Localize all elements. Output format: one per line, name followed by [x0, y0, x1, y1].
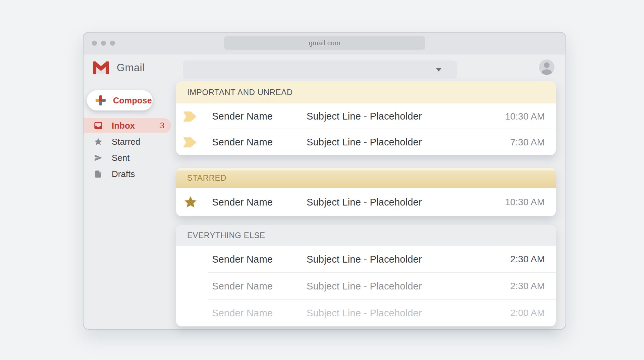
plus-icon [96, 95, 106, 105]
compose-button[interactable]: Compose [87, 90, 153, 110]
send-icon [94, 153, 103, 162]
email-row[interactable]: Sender Name Subject Line - Placeholder 2… [176, 300, 556, 326]
sidebar-item-label: Starred [112, 137, 140, 147]
drafts-icon [94, 170, 103, 178]
address-bar[interactable]: gmail.com [224, 36, 425, 50]
section-title: STARRED [187, 173, 226, 183]
window-control-dot[interactable] [92, 41, 97, 46]
sidebar-item-label: Drafts [112, 169, 135, 179]
email-subject: Subject Line - Placeholder [307, 137, 510, 148]
gmail-logo-icon [93, 61, 109, 74]
profile-avatar[interactable] [539, 59, 554, 75]
window-controls [92, 41, 115, 46]
email-time: 2:30 AM [510, 281, 545, 291]
email-sender: Sender Name [212, 197, 307, 208]
section-card-starred: STARRED Sender Name Subject Line - Place… [176, 168, 556, 216]
sidebar-item-inbox[interactable]: Inbox 3 [84, 118, 171, 133]
section-title: EVERYTHING ELSE [187, 231, 265, 240]
section-card-important: IMPORTANT AND UNREAD Sender Name Subject… [176, 81, 556, 155]
email-time: 10:30 AM [505, 111, 545, 122]
email-row[interactable]: Sender Name Subject Line - Placeholder 7… [176, 129, 556, 155]
search-dropdown-caret-icon[interactable] [436, 68, 441, 72]
inbox-unread-count: 3 [160, 121, 164, 130]
person-icon [539, 59, 554, 75]
gmail-logo: Gmail [93, 61, 145, 74]
sidebar-item-drafts[interactable]: Drafts [84, 166, 171, 182]
email-sender: Sender Name [212, 137, 307, 148]
email-row[interactable]: Sender Name Subject Line - Placeholder 1… [176, 103, 556, 129]
email-subject: Subject Line - Placeholder [307, 197, 505, 208]
email-sender: Sender Name [212, 111, 307, 122]
browser-window: gmail.com Gmail Compos [83, 32, 566, 330]
email-row[interactable]: Sender Name Subject Line - Placeholder 1… [176, 188, 556, 216]
email-row[interactable]: Sender Name Subject Line - Placeholder 2… [176, 246, 556, 273]
window-control-dot[interactable] [101, 41, 106, 46]
email-sender: Sender Name [212, 281, 307, 292]
search-input[interactable] [183, 60, 457, 79]
sidebar-item-sent[interactable]: Sent [84, 150, 171, 166]
address-bar-url: gmail.com [309, 39, 340, 47]
star-icon[interactable] [183, 195, 198, 209]
email-sender: Sender Name [212, 308, 307, 319]
star-icon [94, 137, 103, 146]
sidebar-nav: Inbox 3 Starred Sent Drafts [84, 118, 171, 182]
sidebar-item-label: Inbox [112, 121, 135, 131]
sidebar-item-starred[interactable]: Starred [84, 134, 171, 149]
sidebar-item-label: Sent [112, 153, 130, 163]
window-control-dot[interactable] [110, 41, 115, 46]
importance-marker-icon[interactable] [183, 137, 196, 147]
email-time: 7:30 AM [510, 137, 545, 148]
section-title: IMPORTANT AND UNREAD [187, 88, 293, 97]
email-sender: Sender Name [212, 254, 307, 265]
email-subject: Subject Line - Placeholder [307, 308, 510, 319]
importance-marker-icon[interactable] [183, 111, 196, 122]
email-subject: Subject Line - Placeholder [307, 254, 510, 265]
inbox-icon [94, 121, 103, 130]
section-header: STARRED [176, 168, 556, 188]
email-time: 10:30 AM [505, 197, 545, 208]
section-header: EVERYTHING ELSE [176, 225, 556, 246]
browser-titlebar: gmail.com [84, 33, 566, 54]
email-time: 2:30 AM [510, 254, 545, 265]
brand-name: Gmail [117, 62, 145, 74]
email-row[interactable]: Sender Name Subject Line - Placeholder 2… [176, 273, 556, 300]
email-subject: Subject Line - Placeholder [307, 281, 510, 292]
desktop-background: gmail.com Gmail Compos [0, 0, 644, 360]
email-subject: Subject Line - Placeholder [307, 111, 505, 122]
compose-label: Compose [113, 96, 152, 105]
section-card-everything-else: EVERYTHING ELSE Sender Name Subject Line… [176, 225, 556, 326]
section-header: IMPORTANT AND UNREAD [176, 81, 556, 103]
email-time: 2:00 AM [510, 308, 545, 318]
